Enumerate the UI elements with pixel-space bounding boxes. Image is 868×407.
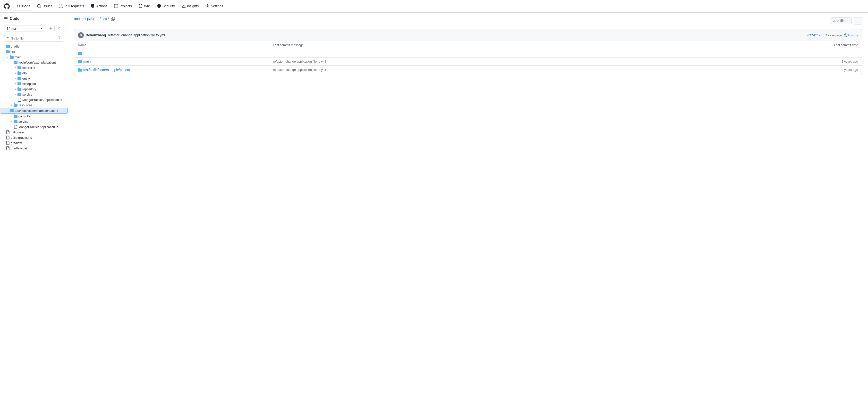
nav-code[interactable]: Code xyxy=(13,2,33,10)
tree-item-test-kotlin-com-example-patient[interactable]: ⌄ test/kotlin/com/example/patient xyxy=(0,108,68,113)
tree-item-mongopracticeapplication[interactable]: MongoPracticeApplication.kt xyxy=(0,97,68,102)
add-file-chevron-icon xyxy=(846,20,848,22)
breadcrumb-sep1: / xyxy=(100,17,100,21)
chevron-right-icon4: › xyxy=(13,76,18,80)
more-options-button[interactable]: ··· xyxy=(854,17,862,25)
add-file-button[interactable]: Add file xyxy=(830,18,852,24)
tree-item-service-main[interactable]: › service xyxy=(0,92,68,97)
commit-message-text: refactor: change application file to yml xyxy=(108,33,165,37)
tree-item-controller[interactable]: › controller xyxy=(0,65,68,70)
tree-item-service-test[interactable]: › service xyxy=(0,119,68,124)
nav-insights[interactable]: Insights xyxy=(179,2,202,10)
table-row-main[interactable]: main refactor: change application file t… xyxy=(74,58,862,66)
file-icon4 xyxy=(6,136,10,139)
nav-pull-requests[interactable]: Pull requests xyxy=(56,2,87,10)
file-tree: › gradle ⌄ src ⌄ main xyxy=(0,44,68,151)
commit-bar: D Devonzhang refactor: change applicatio… xyxy=(74,29,862,41)
github-logo xyxy=(4,3,10,9)
folder-open-icon4 xyxy=(10,109,14,112)
breadcrumb-repo-link[interactable]: mongo-patient xyxy=(74,17,99,21)
tree-item-exception[interactable]: › exception xyxy=(0,81,68,86)
main-folder-link[interactable]: main xyxy=(78,60,273,64)
nav-security[interactable]: Security xyxy=(154,2,178,10)
breadcrumb-path-link[interactable]: src xyxy=(102,17,107,21)
file-table-header: Name Last commit message Last commit dat… xyxy=(74,41,862,49)
tree-item-kotlin-com-example-patient[interactable]: ⌄ kotlin/com/example/patient xyxy=(0,60,68,65)
settings-icon xyxy=(206,4,209,8)
chevron-down-icon xyxy=(40,27,43,30)
folder-icon5 xyxy=(18,82,21,86)
folder-icon3 xyxy=(18,71,21,75)
history-button[interactable]: History xyxy=(844,33,858,37)
tree-item-gradlew-bat[interactable]: gradlew.bat xyxy=(0,145,68,151)
folder-icon8 xyxy=(13,103,18,107)
folder-icon7 xyxy=(18,93,21,96)
issues-icon xyxy=(37,4,41,8)
test-folder-link[interactable]: test/kotlin/com/example/patient xyxy=(78,68,273,72)
file-icon3 xyxy=(6,130,10,134)
chevron-down-small-icon4: ⌄ xyxy=(6,109,10,112)
tree-item-resources[interactable]: › resources xyxy=(0,102,68,108)
folder-icon10 xyxy=(13,120,18,124)
commit-author[interactable]: Devonzhang xyxy=(86,33,106,37)
commit-dot-sep: · xyxy=(823,33,824,37)
folder-icon xyxy=(6,44,10,48)
table-row-parent[interactable]: .. xyxy=(74,49,862,57)
tree-item-main[interactable]: ⌄ main xyxy=(0,54,68,60)
tree-item-gradle[interactable]: › gradle xyxy=(0,44,68,49)
folder-open-icon3 xyxy=(13,60,18,64)
go-to-file-input[interactable] xyxy=(11,37,56,40)
chevron-right-icon8: › xyxy=(10,103,13,107)
tree-item-dto[interactable]: › dto xyxy=(0,70,68,76)
chevron-right-icon: › xyxy=(2,44,6,48)
tree-item-entity[interactable]: › entity xyxy=(0,76,68,81)
file-icon6 xyxy=(6,146,10,150)
nav-projects[interactable]: Projects xyxy=(111,2,135,10)
search-sidebar-button[interactable] xyxy=(56,25,64,32)
commit-hash[interactable]: d27d21a xyxy=(807,33,820,37)
chevron-right-icon5: › xyxy=(13,82,18,86)
folder-icon9 xyxy=(13,114,18,118)
tree-item-controller-test[interactable]: › controller xyxy=(0,113,68,119)
copy-path-button[interactable] xyxy=(110,16,116,21)
pr-icon xyxy=(59,4,63,8)
tree-item-gradlew[interactable]: gradlew xyxy=(0,140,68,145)
tree-item-build-gradle-kts[interactable]: build.gradle.kts xyxy=(0,135,68,140)
tree-item-repository[interactable]: › repository xyxy=(0,86,68,92)
search-shortcut: t xyxy=(58,36,61,40)
go-to-file-search[interactable]: t xyxy=(4,35,64,42)
nav-settings[interactable]: Settings xyxy=(203,2,226,10)
tree-item-gitignore[interactable]: .gitignore xyxy=(0,130,68,135)
commit-age: 2 years ago xyxy=(826,33,842,37)
folder-icon6 xyxy=(18,87,21,91)
sidebar: Code main t › xyxy=(0,12,68,407)
chevron-right-icon7: › xyxy=(13,93,18,96)
nav-wiki[interactable]: Wiki xyxy=(136,2,153,10)
table-row-test[interactable]: test/kotlin/com/example/patient refactor… xyxy=(74,66,862,74)
insights-icon xyxy=(182,4,186,8)
add-file-sidebar-button[interactable] xyxy=(47,25,55,32)
chevron-right-icon2: › xyxy=(13,66,18,70)
nav-issues[interactable]: Issues xyxy=(34,2,55,10)
code-icon xyxy=(17,4,21,8)
tree-item-mongopracticeapplicationte[interactable]: MongoPracticeApplicationTe... xyxy=(0,124,68,130)
top-nav: Code Issues Pull requests Actions Projec… xyxy=(0,0,868,12)
col-last-commit-message: Last commit message xyxy=(273,43,663,47)
nav-actions[interactable]: Actions xyxy=(88,2,110,10)
breadcrumb: mongo-patient / src / xyxy=(74,16,116,21)
chevron-right-icon6: › xyxy=(13,87,18,91)
file-icon2 xyxy=(13,125,18,129)
chevron-down-small-icon2: ⌄ xyxy=(6,55,10,59)
author-avatar: D xyxy=(78,32,84,38)
tree-item-src[interactable]: ⌄ src xyxy=(0,49,68,54)
chevron-right-icon10: › xyxy=(10,120,13,124)
folder-icon-main xyxy=(78,60,82,64)
branch-icon xyxy=(6,27,10,30)
folder-icon-test xyxy=(78,68,82,72)
branch-selector[interactable]: main xyxy=(4,25,45,32)
parent-folder-link[interactable]: .. xyxy=(78,51,273,55)
sidebar-toggle-icon[interactable] xyxy=(4,17,8,21)
chevron-right-icon3: › xyxy=(13,71,18,75)
main-content: mongo-patient / src / Add file ··· D Dev… xyxy=(68,12,868,407)
col-name: Name xyxy=(78,43,273,47)
